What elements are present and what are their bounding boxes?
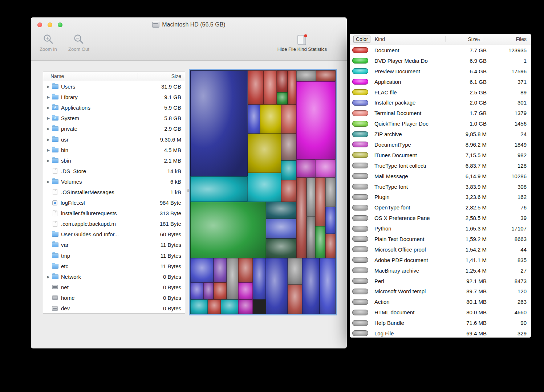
kind-row[interactable]: DVD Player Media Do6.9 GB1 bbox=[350, 56, 531, 66]
file-row[interactable]: .OSInstallerMessages1 kB bbox=[43, 187, 185, 197]
treemap-block[interactable] bbox=[266, 202, 296, 219]
treemap-block[interactable] bbox=[248, 134, 281, 172]
disclosure-triangle-icon[interactable]: ▶ bbox=[45, 85, 51, 89]
treemap-block[interactable] bbox=[315, 177, 325, 226]
treemap-block[interactable] bbox=[288, 70, 296, 105]
kind-row[interactable]: ZIP archive9,85.8 M24 bbox=[350, 129, 531, 139]
treemap-block[interactable] bbox=[306, 177, 315, 216]
treemap-block[interactable] bbox=[227, 258, 238, 299]
file-row[interactable]: ▶Volumes6 kB bbox=[43, 176, 185, 187]
file-row[interactable]: tmp11 Bytes bbox=[43, 250, 185, 261]
kind-row[interactable]: Plugin3,23.6 M162 bbox=[350, 192, 531, 202]
kind-row[interactable]: Microsoft Word templ89.7 MB120 bbox=[350, 286, 531, 297]
treemap-block[interactable] bbox=[260, 105, 281, 134]
treemap-block[interactable] bbox=[288, 258, 302, 285]
file-row[interactable]: ▶bin4.5 MB bbox=[43, 145, 185, 155]
treemap-block[interactable] bbox=[190, 299, 208, 314]
treemap-block[interactable] bbox=[214, 258, 227, 282]
kind-row[interactable]: OS X Preference Pane2,58.5 M39 bbox=[350, 213, 531, 223]
treemap-block[interactable] bbox=[266, 238, 296, 258]
treemap-block[interactable] bbox=[281, 134, 296, 160]
kind-row[interactable]: OpenType font2,82.5 M76 bbox=[350, 202, 531, 213]
treemap-block[interactable] bbox=[277, 92, 288, 105]
kind-row[interactable]: FLAC file2.5 GB89 bbox=[350, 87, 531, 98]
treemap-panel[interactable] bbox=[190, 70, 336, 314]
file-row[interactable]: ▶Network0 Bytes bbox=[43, 271, 185, 282]
treemap-block[interactable] bbox=[320, 258, 336, 314]
file-row[interactable]: etc11 Bytes bbox=[43, 261, 185, 271]
kind-row[interactable]: Document7.7 GB123935 bbox=[350, 45, 531, 56]
zoom-out-button[interactable]: Zoom Out bbox=[64, 33, 93, 52]
treemap-block[interactable] bbox=[315, 226, 325, 258]
treemap-block[interactable] bbox=[266, 219, 296, 238]
treemap-block[interactable] bbox=[306, 217, 315, 258]
treemap-block[interactable] bbox=[248, 70, 264, 105]
column-header-size[interactable]: Size bbox=[138, 73, 185, 79]
zoom-in-button[interactable]: Zoom In bbox=[34, 33, 63, 52]
treemap-block[interactable] bbox=[288, 285, 302, 314]
treemap-block[interactable] bbox=[264, 70, 277, 105]
kind-row[interactable]: Action80.1 MB263 bbox=[350, 297, 531, 307]
disclosure-triangle-icon[interactable]: ▶ bbox=[45, 127, 51, 131]
column-header-size-sorted[interactable]: Size∨ bbox=[445, 36, 482, 42]
treemap-block[interactable] bbox=[238, 299, 253, 314]
column-header-name[interactable]: Name bbox=[43, 73, 138, 79]
kind-row[interactable]: HTML document80.0 MB4660 bbox=[350, 307, 531, 318]
kind-row[interactable]: TrueType font collecti6,83.7 M128 bbox=[350, 160, 531, 171]
kind-row[interactable]: Python1,65.3 M17107 bbox=[350, 223, 531, 234]
kind-row[interactable]: Log File69.4 MB329 bbox=[350, 328, 531, 338]
kind-row[interactable]: Terminal Document1.7 GB1379 bbox=[350, 108, 531, 118]
treemap-block[interactable] bbox=[325, 234, 336, 258]
file-row[interactable]: User Guides And Infor...60 Bytes bbox=[43, 229, 185, 240]
treemap-block[interactable] bbox=[302, 258, 320, 314]
treemap-block[interactable] bbox=[221, 299, 238, 314]
column-header-kind[interactable]: Kind bbox=[371, 36, 445, 42]
kind-row[interactable]: Microsoft Office proof1,54.2 M44 bbox=[350, 244, 531, 255]
kind-row[interactable]: DocumentType8,96.2 M1849 bbox=[350, 139, 531, 150]
column-header-color[interactable]: Color bbox=[350, 36, 371, 43]
kind-row[interactable]: iTunes Document7,15.5 M982 bbox=[350, 150, 531, 160]
titlebar[interactable]: Macintosh HD (56.5 GB) bbox=[31, 17, 347, 32]
file-row[interactable]: home0 Bytes bbox=[43, 293, 185, 303]
kind-row[interactable]: Application6.1 GB371 bbox=[350, 77, 531, 87]
file-row[interactable]: ▶Library9.1 GB bbox=[43, 92, 185, 102]
file-row[interactable]: ▶usr9,30.6 M bbox=[43, 134, 185, 144]
hide-file-kind-statistics-button[interactable]: Hide File Kind Statistics bbox=[264, 33, 340, 52]
file-row[interactable]: installer.failurerequests313 Byte bbox=[43, 208, 185, 219]
file-row[interactable]: .com.apple.backupd.m181 Byte bbox=[43, 219, 185, 229]
treemap-block[interactable] bbox=[238, 282, 253, 299]
treemap-block[interactable] bbox=[281, 160, 296, 180]
treemap-block[interactable] bbox=[277, 70, 288, 92]
file-row[interactable]: net0 Bytes bbox=[43, 282, 185, 293]
splitter-handle[interactable] bbox=[187, 189, 190, 192]
disclosure-triangle-icon[interactable]: ▶ bbox=[45, 106, 51, 110]
treemap-block[interactable] bbox=[325, 177, 336, 207]
disclosure-triangle-icon[interactable]: ▶ bbox=[45, 148, 51, 152]
file-row[interactable]: logFile.xsl984 Byte bbox=[43, 197, 185, 208]
kind-row[interactable]: Installer package2.0 GB301 bbox=[350, 97, 531, 108]
disclosure-triangle-icon[interactable]: ▶ bbox=[45, 275, 51, 279]
disclosure-triangle-icon[interactable]: ▶ bbox=[45, 95, 51, 99]
treemap-block[interactable] bbox=[325, 207, 336, 234]
treemap-block[interactable] bbox=[248, 173, 281, 202]
kind-row[interactable]: Plain Text Document1,59.2 M8663 bbox=[350, 234, 531, 244]
treemap-block[interactable] bbox=[315, 159, 336, 177]
file-row[interactable]: dev0 Bytes bbox=[43, 303, 185, 314]
treemap-block[interactable] bbox=[203, 282, 214, 299]
treemap-block[interactable] bbox=[248, 105, 260, 134]
kind-row[interactable]: Mail Message6,14.9 M10286 bbox=[350, 171, 531, 181]
kind-row[interactable]: Perl92.1 MB8473 bbox=[350, 276, 531, 286]
file-row[interactable]: ▶Users31.9 GB bbox=[43, 81, 185, 92]
treemap-block[interactable] bbox=[190, 282, 203, 299]
treemap-block[interactable] bbox=[190, 202, 266, 258]
treemap-block[interactable] bbox=[281, 105, 296, 134]
treemap-block[interactable] bbox=[214, 282, 227, 299]
kind-row[interactable]: Adobe PDF document1,41.1 M835 bbox=[350, 255, 531, 265]
treemap-block[interactable] bbox=[190, 70, 248, 176]
kind-row[interactable]: MacBinary archive1,25.4 M27 bbox=[350, 265, 531, 276]
kind-row[interactable]: TrueType font3,83.9 M308 bbox=[350, 181, 531, 192]
file-row[interactable]: .DS_Store14 kB bbox=[43, 166, 185, 176]
file-row[interactable]: ▶System5.8 GB bbox=[43, 113, 185, 123]
treemap-block[interactable] bbox=[238, 258, 253, 282]
treemap-block[interactable] bbox=[266, 258, 288, 314]
